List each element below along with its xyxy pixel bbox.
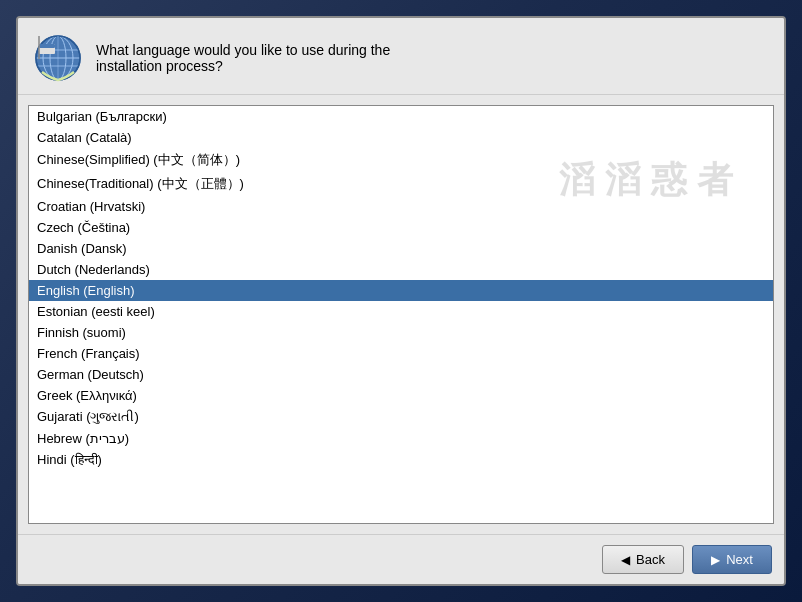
language-item[interactable]: English (English) <box>29 280 773 301</box>
language-item[interactable]: Bulgarian (Български) <box>29 106 773 127</box>
footer: ◀ Back ▶ Next <box>18 534 784 584</box>
language-item[interactable]: Estonian (eesti keel) <box>29 301 773 322</box>
back-arrow-icon: ◀ <box>621 553 630 567</box>
svg-rect-9 <box>39 44 55 48</box>
dialog: What language would you like to use duri… <box>16 16 786 586</box>
language-item[interactable]: Chinese(Simplified) (中文（简体）) <box>29 148 773 172</box>
back-button[interactable]: ◀ Back <box>602 545 684 574</box>
back-label: Back <box>636 552 665 567</box>
header-question: What language would you like to use duri… <box>96 42 390 74</box>
language-list-container[interactable]: Bulgarian (Български)Catalan (Català)Chi… <box>28 105 774 524</box>
language-item[interactable]: Hindi (हिन्दी) <box>29 449 773 471</box>
content-area: Bulgarian (Български)Catalan (Català)Chi… <box>18 95 784 534</box>
next-arrow-icon: ▶ <box>711 553 720 567</box>
header: What language would you like to use duri… <box>18 18 784 95</box>
next-button[interactable]: ▶ Next <box>692 545 772 574</box>
language-item[interactable]: Chinese(Traditional) (中文（正體）) <box>29 172 773 196</box>
language-item[interactable]: Hebrew (עברית) <box>29 428 773 449</box>
language-item[interactable]: French (Français) <box>29 343 773 364</box>
language-item[interactable]: Croatian (Hrvatski) <box>29 196 773 217</box>
language-item[interactable]: Gujarati (ગુજરાતી) <box>29 406 773 428</box>
language-item[interactable]: Greek (Ελληνικά) <box>29 385 773 406</box>
language-item[interactable]: Catalan (Català) <box>29 127 773 148</box>
language-item[interactable]: Danish (Dansk) <box>29 238 773 259</box>
un-logo-icon <box>34 34 82 82</box>
language-item[interactable]: Czech (Čeština) <box>29 217 773 238</box>
language-item[interactable]: Dutch (Nederlands) <box>29 259 773 280</box>
language-list[interactable]: Bulgarian (Български)Catalan (Català)Chi… <box>29 106 773 523</box>
next-label: Next <box>726 552 753 567</box>
language-item[interactable]: German (Deutsch) <box>29 364 773 385</box>
language-item[interactable]: Finnish (suomi) <box>29 322 773 343</box>
background: What language would you like to use duri… <box>0 0 802 602</box>
